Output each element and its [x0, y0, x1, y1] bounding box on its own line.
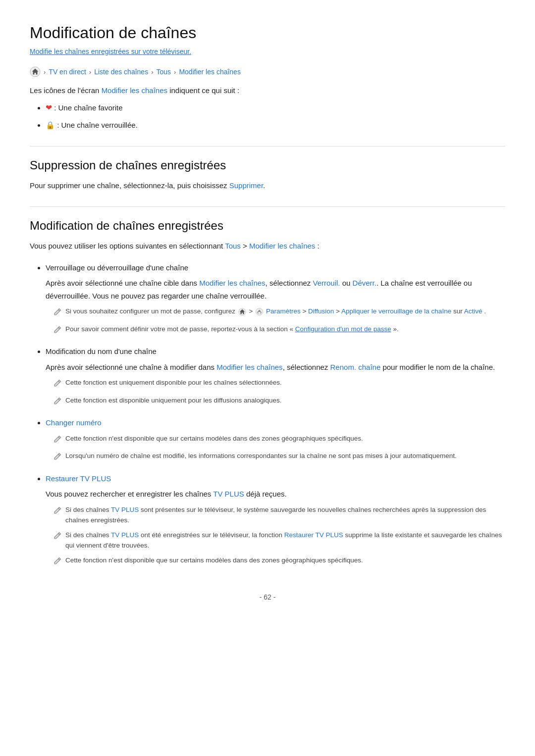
icon-list: ❤ : Une chaîne favorite 🔒 : Une chaîne v…: [30, 101, 505, 131]
section-separator-1: [30, 146, 505, 147]
pencil-icon-6: [54, 452, 61, 464]
link-deverr[interactable]: Déverr.: [353, 279, 376, 287]
breadcrumb-tous[interactable]: Tous: [156, 68, 171, 76]
note-verrouillage-2: Pour savoir comment définir votre mot de…: [54, 324, 505, 338]
link-tv-plus-2[interactable]: TV PLUS: [111, 506, 139, 513]
section2-intro-link1[interactable]: Tous: [225, 242, 241, 250]
intro-after: indiquent ce qui suit :: [167, 86, 239, 95]
pencil-icon-7: [54, 505, 61, 518]
section2-intro-before: Vous pouvez utiliser les options suivant…: [30, 242, 225, 250]
page-title: Modification de chaînes: [30, 24, 505, 42]
page-subtitle: Modifie les chaînes enregistrées sur vot…: [30, 48, 191, 55]
intro-link[interactable]: Modifier les chaînes: [102, 86, 167, 95]
pencil-icon-5: [54, 434, 61, 447]
section2-intro-link2[interactable]: Modifier les chaînes: [249, 242, 315, 250]
section2-title: Modification de chaînes enregistrées: [30, 219, 505, 233]
pencil-icon-4: [54, 396, 61, 409]
note-restaurer-1-text: Si des chaînes TV PLUS sont présentes su…: [65, 504, 505, 526]
link-restaurer-tv-plus[interactable]: Restaurer TV PLUS: [284, 531, 343, 539]
section2-intro-after: :: [315, 242, 319, 250]
section1-title: Suppression de chaînes enregistrées: [30, 158, 505, 172]
note-nom-1: Cette fonction est uniquement disponible…: [54, 377, 505, 391]
list-item-modification-nom: Modification du nom d'une chaîne Après a…: [46, 345, 505, 408]
home-icon: [30, 66, 41, 77]
svg-point-3: [259, 311, 260, 311]
list-item-changer-numero-title[interactable]: Changer numéro: [46, 418, 102, 427]
note-restaurer-2-text: Si des chaînes TV PLUS ont été enregistr…: [65, 530, 505, 551]
section2-intro: Vous pouvez utiliser les options suivant…: [30, 240, 505, 252]
breadcrumb-liste-des-chaines[interactable]: Liste des chaînes: [94, 68, 148, 76]
note-nom-2: Cette fonction est disponible uniquement…: [54, 395, 505, 409]
icon-item-lock-text: : Une chaîne verrouillée.: [57, 121, 138, 129]
breadcrumb-tv-en-direct[interactable]: TV en direct: [49, 68, 86, 76]
section2-bullet-list: Verrouillage ou déverrouillage d'une cha…: [30, 261, 505, 569]
intro-before: Les icônes de l'écran: [30, 86, 102, 95]
icon-list-item-lock: 🔒 : Une chaîne verrouillée.: [46, 119, 505, 131]
link-verrouil[interactable]: Verrouil.: [313, 279, 340, 287]
list-item-restaurer-title[interactable]: Restaurer TV PLUS: [46, 474, 111, 483]
section1-text-after: .: [263, 181, 265, 190]
note-nom-2-text: Cette fonction est disponible uniquement…: [65, 395, 282, 406]
pencil-icon-9: [54, 556, 61, 569]
breadcrumb-sep-3: ›: [151, 68, 153, 76]
note-verrouillage-2-text: Pour savoir comment définir votre mot de…: [65, 324, 399, 335]
pencil-icon-8: [54, 531, 61, 544]
section2-intro-sep: >: [241, 242, 249, 250]
breadcrumb-modifier-les-chaines[interactable]: Modifier les chaînes: [179, 68, 241, 76]
note-restaurer-3: Cette fonction n'est disponible que sur …: [54, 555, 505, 569]
section1-text-before: Pour supprimer une chaîne, sélectionnez-…: [30, 181, 229, 190]
list-item-restaurer-subpara: Vous pouvez rechercher et enregistrer le…: [46, 488, 505, 501]
note-restaurer-3-text: Cette fonction n'est disponible que sur …: [65, 555, 363, 566]
link-tv-plus-1[interactable]: TV PLUS: [213, 490, 244, 498]
link-renom-chaine[interactable]: Renom. chaîne: [330, 363, 381, 371]
note-nom-1-text: Cette fonction est uniquement disponible…: [65, 377, 282, 388]
list-item-verrouillage-subpara: Après avoir sélectionné une chaîne cible…: [46, 277, 505, 302]
list-item-changer-numero: Changer numéro Cette fonction n'est disp…: [46, 416, 505, 464]
note-numero-1: Cette fonction n'est disponible que sur …: [54, 433, 505, 447]
note-restaurer-2: Si des chaînes TV PLUS ont été enregistr…: [54, 530, 505, 551]
list-item-nom-title: Modification du nom d'une chaîne: [46, 347, 157, 355]
breadcrumb: › TV en direct › Liste des chaînes › Tou…: [30, 66, 505, 77]
breadcrumb-sep-1: ›: [44, 68, 46, 76]
pencil-icon-2: [54, 325, 61, 338]
heart-icon: ❤: [46, 103, 52, 112]
icon-list-item-heart: ❤ : Une chaîne favorite: [46, 101, 505, 114]
pencil-icon-1: [54, 307, 61, 320]
page-number: - 62 -: [30, 593, 505, 601]
link-modifier-chaines-1[interactable]: Modifier les chaînes: [199, 279, 265, 287]
list-item-restaurer-tv-plus: Restaurer TV PLUS Vous pouvez rechercher…: [46, 472, 505, 569]
breadcrumb-sep-2: ›: [89, 68, 91, 76]
note-numero-1-text: Cette fonction n'est disponible que sur …: [65, 433, 363, 444]
icon-item-heart-text: : Une chaîne favorite: [54, 103, 122, 112]
pencil-icon-3: [54, 378, 61, 391]
section1-text: Pour supprimer une chaîne, sélectionnez-…: [30, 179, 505, 192]
link-tv-plus-3[interactable]: TV PLUS: [111, 531, 139, 539]
list-item-verrouillage-title: Verrouillage ou déverrouillage d'une cha…: [46, 263, 188, 272]
note-verrouillage-1-text: Si vous souhaitez configurer un mot de p…: [65, 306, 486, 317]
link-modifier-chaines-2[interactable]: Modifier les chaînes: [216, 363, 282, 371]
section-separator-2: [30, 206, 505, 207]
lock-icon: 🔒: [46, 121, 55, 129]
note-verrouillage-1: Si vous souhaitez configurer un mot de p…: [54, 306, 505, 320]
section1-link[interactable]: Supprimer: [229, 181, 263, 190]
intro-paragraph: Les icônes de l'écran Modifier les chaîn…: [30, 86, 505, 95]
breadcrumb-sep-4: ›: [174, 68, 176, 76]
note-numero-2: Lorsqu'un numéro de chaîne est modifié, …: [54, 451, 505, 464]
note-restaurer-1: Si des chaînes TV PLUS sont présentes su…: [54, 504, 505, 526]
note-numero-2-text: Lorsqu'un numéro de chaîne est modifié, …: [65, 451, 457, 461]
list-item-nom-subpara: Après avoir sélectionné une chaîne à mod…: [46, 361, 505, 374]
list-item-verrouillage: Verrouillage ou déverrouillage d'une cha…: [46, 261, 505, 338]
